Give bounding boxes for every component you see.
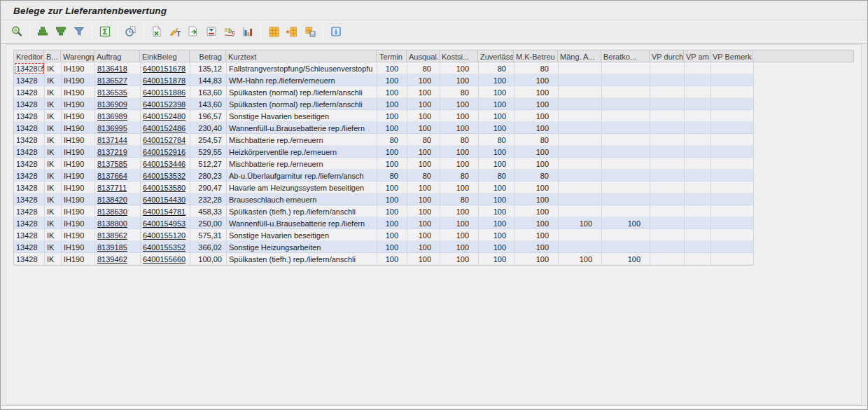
auftrag-link[interactable]: 8138962: [97, 231, 127, 240]
einkbeleg-link[interactable]: 6400152480: [143, 112, 186, 121]
einkbeleg-link[interactable]: 6400153532: [143, 172, 186, 180]
cell-betrag: 290,47: [190, 182, 227, 193]
cell-ausqual: 100: [407, 98, 440, 110]
auftrag-link[interactable]: 8136527: [97, 76, 127, 85]
auftrag-link[interactable]: 8139462: [97, 255, 127, 264]
column-header-vpam[interactable]: VP am: [684, 50, 710, 62]
cell-vpam: [685, 217, 711, 229]
column-header-kreditor[interactable]: Kreditor: [13, 50, 44, 62]
einkbeleg-link[interactable]: 6400153446: [143, 160, 186, 168]
cell-kreditor[interactable]: 13428: [14, 62, 45, 74]
cell-b: IK: [45, 193, 62, 205]
einkbeleg-link[interactable]: 6400155660: [143, 255, 186, 264]
column-header-mkbetreu[interactable]: M.K-Betreu: [514, 50, 558, 62]
cell-vpam: [685, 110, 711, 122]
column-header-maeng[interactable]: Mäng. A...: [558, 50, 601, 62]
abc-analysis-button[interactable]: abc: [220, 23, 239, 40]
einkbeleg-link[interactable]: 6400152916: [143, 148, 186, 156]
einkbeleg-link[interactable]: 6400152398: [143, 100, 186, 109]
cell-kurztext: Sonstige Havarien beseitigen: [227, 229, 377, 241]
einkbeleg-link[interactable]: 6400155120: [143, 231, 186, 240]
filter-button[interactable]: [70, 23, 88, 40]
einkbeleg-link[interactable]: 6400153580: [143, 184, 186, 192]
einkbeleg-link[interactable]: 6400152784: [143, 136, 186, 144]
sort-ascending-button[interactable]: [34, 23, 52, 40]
auftrag-link[interactable]: 8138630: [97, 207, 127, 216]
local-file-button[interactable]: [184, 23, 202, 40]
column-header-kurztext[interactable]: Kurztext: [226, 50, 377, 62]
cell-kostsi: 100: [440, 146, 479, 158]
detail-button[interactable]: [8, 23, 26, 40]
column-header-ausqual[interactable]: Ausqual.: [407, 50, 440, 62]
column-header-termin[interactable]: Termin: [377, 50, 407, 62]
auftrag-link[interactable]: 8136989: [97, 112, 127, 121]
einkbeleg-link[interactable]: 6400151678: [143, 64, 186, 73]
column-header-b[interactable]: B...: [44, 50, 61, 62]
column-header-auftrag[interactable]: Auftrag: [94, 50, 140, 62]
excel-export-button[interactable]: [148, 23, 166, 40]
column-header-einkbeleg[interactable]: EinkBeleg: [140, 50, 190, 62]
einkbeleg-link[interactable]: 6400152486: [143, 124, 186, 132]
einkbeleg-link[interactable]: 6400155352: [143, 243, 186, 252]
column-header-vpdurch[interactable]: VP durch: [650, 50, 684, 62]
column-header-kostsi[interactable]: Kostsi...: [440, 50, 478, 62]
einkbeleg-link[interactable]: 6400151886: [143, 88, 186, 97]
cell-termin: 100: [377, 217, 407, 229]
info-icon: i: [330, 25, 342, 38]
drilldown-icon[interactable]: [38, 65, 45, 71]
column-header-warengrp[interactable]: Warengrp: [61, 50, 94, 62]
cell-betrag: 100,00: [190, 253, 227, 265]
cell-maeng: [559, 110, 602, 122]
cell-vpdurch: [650, 74, 685, 86]
column-header-vpbemerk[interactable]: VP Bemerk: [710, 50, 753, 62]
refresh-button[interactable]: [122, 23, 140, 40]
cell-beratko: [602, 229, 650, 241]
layout-grid-button[interactable]: [265, 23, 283, 40]
auftrag-link[interactable]: 8137585: [97, 160, 127, 168]
local-file-export-icon: [187, 25, 200, 38]
cell-betrag: 458,33: [190, 205, 227, 217]
cell-vpdurch: [650, 134, 685, 146]
auftrag-link[interactable]: 8137664: [97, 172, 127, 180]
cell-auftrag: 8137585: [95, 158, 141, 170]
word-processing-button[interactable]: T: [166, 23, 184, 40]
cell-termin: 100: [377, 74, 407, 86]
cell-warengrp: IH190: [62, 229, 95, 241]
column-header-betrag[interactable]: Betrag: [190, 50, 226, 62]
auftrag-link[interactable]: 8139185: [97, 243, 127, 252]
cell-mkbetreu: 100: [514, 74, 559, 86]
einkbeleg-link[interactable]: 6400154953: [143, 219, 186, 228]
cell-vpam: [685, 229, 711, 241]
graphic-button[interactable]: [239, 23, 257, 40]
auftrag-link[interactable]: 8138800: [97, 219, 127, 228]
layout-change-button[interactable]: [283, 23, 301, 40]
cell-vpdurch: [650, 62, 685, 74]
auftrag-link[interactable]: 8137144: [97, 136, 127, 144]
einkbeleg-link[interactable]: 6400154781: [143, 207, 186, 216]
cell-maeng: 100: [559, 217, 602, 229]
cell-vpbemerk: [711, 205, 754, 217]
cell-zuverlaess: 100: [479, 98, 514, 110]
cell-warengrp: IH190: [62, 74, 95, 86]
auftrag-link[interactable]: 8136995: [97, 124, 127, 132]
auftrag-link[interactable]: 8137711: [97, 184, 127, 192]
sum-button[interactable]: Σ: [96, 23, 114, 40]
mail-send-button[interactable]: [202, 23, 220, 40]
column-header-zuverlaess[interactable]: Zuverläss.: [478, 50, 514, 62]
cell-kostsi: 100: [440, 98, 479, 110]
auftrag-link[interactable]: 8138420: [97, 196, 127, 204]
layout-save-button[interactable]: [301, 23, 319, 40]
einkbeleg-link[interactable]: 6400154430: [143, 196, 186, 204]
cell-zuverlaess: 80: [479, 134, 514, 146]
cell-zuverlaess: 100: [479, 253, 514, 265]
sort-descending-button[interactable]: [52, 23, 70, 40]
auftrag-link[interactable]: 8136418: [97, 64, 127, 73]
auftrag-link[interactable]: 8137219: [97, 148, 127, 156]
cell-warengrp: IH190: [62, 193, 95, 205]
info-button[interactable]: i: [327, 23, 345, 40]
column-header-beratko[interactable]: Beratko...: [601, 50, 650, 62]
auftrag-link[interactable]: 8136909: [97, 100, 127, 109]
einkbeleg-link[interactable]: 6400151878: [143, 76, 186, 85]
auftrag-link[interactable]: 8136535: [97, 88, 127, 97]
cell-mkbetreu: 80: [514, 134, 559, 146]
